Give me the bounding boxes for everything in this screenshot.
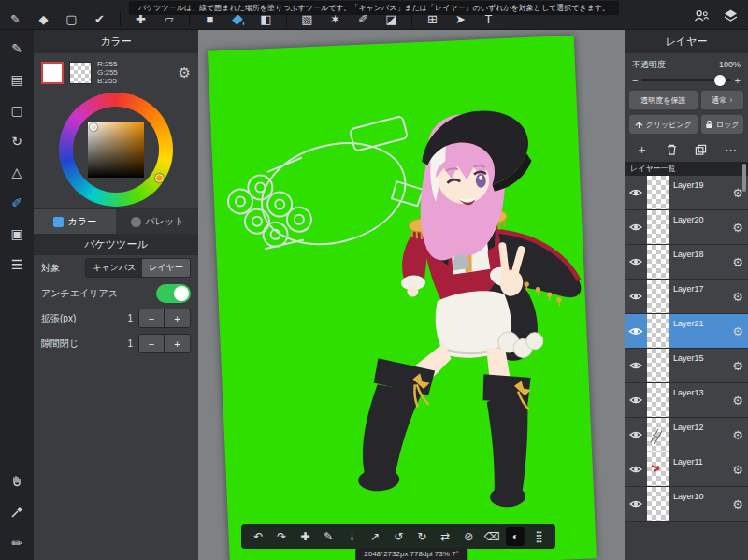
tab-palette[interactable]: パレット [116, 209, 198, 234]
visibility-eye-icon[interactable] [625, 280, 647, 313]
share-users-icon[interactable] [694, 7, 710, 24]
list-icon[interactable]: ☰ [7, 255, 26, 274]
layer-row-selected[interactable]: Layer21 ⚙ [625, 314, 748, 349]
layer-settings-gear-icon[interactable]: ⚙ [727, 280, 748, 313]
clipping-button[interactable]: クリッピング [629, 115, 698, 134]
eyedropper-icon[interactable] [7, 503, 26, 522]
expand-minus-button[interactable]: − [139, 309, 165, 327]
layer-thumbnail[interactable] [647, 487, 669, 521]
layer-row[interactable]: Layer15 ⚙ [625, 349, 748, 383]
hue-marker[interactable] [155, 174, 164, 182]
color-settings-gear-icon[interactable]: ⚙ [179, 65, 191, 81]
layer-thumbnail[interactable] [647, 452, 669, 486]
panels-icon[interactable]: ▤ [7, 70, 26, 89]
sync-icon[interactable]: ↻ [7, 132, 26, 151]
canvas-artboard[interactable] [208, 36, 597, 560]
opacity-slider-knob[interactable] [714, 75, 726, 86]
layer-settings-gear-icon[interactable]: ⚙ [727, 210, 748, 244]
layer-thumbnail[interactable] [647, 349, 669, 382]
visibility-eye-icon[interactable] [625, 452, 647, 486]
antialias-toggle[interactable] [156, 284, 191, 303]
ruler-icon[interactable]: △ [7, 163, 26, 181]
smoothing-tool-icon[interactable]: ✔ [92, 10, 108, 27]
current-color-swatch[interactable] [41, 62, 64, 84]
invert-view-icon[interactable]: ◐ [506, 527, 525, 546]
gap-plus-button[interactable]: + [165, 335, 190, 352]
color-wheel[interactable] [59, 93, 173, 207]
visibility-eye-icon[interactable] [625, 487, 647, 521]
eraser-tool-icon[interactable]: ◆ [36, 10, 51, 27]
layer-thumbnail[interactable] [647, 176, 669, 209]
pen-tool-icon[interactable]: ✎ [7, 10, 23, 27]
blend-mode-button[interactable]: 通常 › [701, 91, 743, 109]
layer-thumbnail[interactable] [647, 314, 669, 348]
layers-panel-icon[interactable]: ▣ [7, 224, 26, 243]
target-layer-button[interactable]: レイヤー [142, 259, 190, 277]
layers-icon[interactable] [723, 7, 739, 24]
pencil-icon[interactable]: ✏ [7, 534, 26, 553]
save-icon[interactable]: ↓ [342, 527, 361, 546]
layer-settings-gear-icon[interactable]: ⚙ [727, 349, 748, 382]
layer-thumbnail[interactable] [647, 210, 669, 244]
drag-handle-icon[interactable]: ⣿ [529, 527, 548, 546]
visibility-eye-icon[interactable] [625, 245, 647, 279]
layer-thumbnail[interactable] [647, 418, 669, 452]
delete-layer-icon[interactable] [666, 143, 678, 156]
layer-settings-gear-icon[interactable]: ⚙ [727, 452, 748, 486]
layer-row[interactable]: Layer20 ⚙ [625, 210, 748, 245]
rotate-cw-icon[interactable]: ↻ [412, 527, 431, 546]
edit-pen-icon[interactable]: ✎ [7, 39, 26, 58]
visibility-eye-icon[interactable] [625, 418, 647, 452]
sv-marker[interactable] [90, 123, 97, 131]
clear-icon[interactable]: ⌫ [482, 527, 501, 546]
layer-row[interactable]: Layer18 ⚙ [625, 245, 748, 280]
layer-thumbnail[interactable] [647, 280, 669, 313]
opacity-slider[interactable] [641, 79, 730, 81]
layer-row[interactable]: Layer19 ⚙ [625, 176, 748, 210]
tab-color[interactable]: カラー [34, 209, 116, 234]
visibility-eye-icon[interactable] [625, 383, 647, 417]
target-canvas-button[interactable]: キャンバス [86, 259, 142, 277]
add-layer-icon[interactable]: ＋ [636, 141, 648, 158]
layer-row[interactable]: Layer10 ⚙ [625, 487, 748, 522]
rotate-ccw-icon[interactable]: ↺ [389, 527, 408, 546]
layer-thumbnail[interactable] [647, 383, 669, 417]
select-icon[interactable]: ▢ [7, 101, 26, 120]
opacity-plus[interactable]: + [735, 75, 741, 86]
protect-alpha-button[interactable]: 透明度を保護 [629, 91, 698, 109]
layer-thumbnail[interactable] [647, 245, 669, 279]
lock-button[interactable]: ロック [701, 115, 743, 134]
brush-icon[interactable]: ✐ [7, 194, 26, 212]
redo-icon[interactable]: ↷ [272, 527, 291, 546]
saturation-value-square[interactable] [88, 122, 144, 178]
layer-settings-gear-icon[interactable]: ⚙ [727, 314, 748, 348]
layer-settings-gear-icon[interactable]: ⚙ [727, 418, 748, 452]
reset-rotation-icon[interactable]: ⊘ [459, 527, 478, 546]
pen-icon[interactable]: ✎ [319, 527, 338, 546]
undo-icon[interactable]: ↶ [249, 527, 267, 546]
flip-horizontal-icon[interactable]: ⇄ [436, 527, 454, 546]
duplicate-layer-icon[interactable] [695, 144, 707, 156]
layer-row[interactable]: Layer17 ⚙ [625, 280, 748, 314]
transform-icon[interactable]: ✚ [295, 527, 314, 546]
layer-list-scrollbar[interactable] [742, 164, 746, 192]
layer-settings-gear-icon[interactable]: ⚙ [727, 245, 748, 279]
canvas-area[interactable]: ↶ ↷ ✚ ✎ ↓ ↗ ↺ ↻ ⇄ ⊘ ⌫ ◐ ⣿ 2048*2732px 77… [198, 30, 625, 560]
expand-plus-button[interactable]: + [165, 309, 190, 327]
transparent-color-swatch[interactable] [69, 62, 92, 84]
visibility-eye-icon[interactable] [625, 314, 647, 348]
visibility-eye-icon[interactable] [625, 349, 647, 382]
layer-row[interactable]: Layer11 ⚙ [625, 452, 748, 487]
layer-settings-gear-icon[interactable]: ⚙ [727, 383, 748, 417]
more-options-icon[interactable]: ⋯ [725, 143, 737, 157]
visibility-eye-icon[interactable] [625, 176, 647, 209]
layer-settings-gear-icon[interactable]: ⚙ [727, 487, 748, 521]
export-icon[interactable]: ↗ [366, 527, 384, 546]
shape-tool-icon[interactable]: ▢ [64, 10, 79, 27]
gap-minus-button[interactable]: − [139, 335, 165, 352]
visibility-eye-icon[interactable] [625, 210, 647, 244]
hand-tool-icon[interactable] [7, 472, 26, 491]
layer-row[interactable]: Layer12 ⚙ [625, 418, 748, 452]
layer-row[interactable]: Layer13 ⚙ [625, 383, 748, 418]
opacity-minus[interactable]: − [632, 75, 638, 86]
